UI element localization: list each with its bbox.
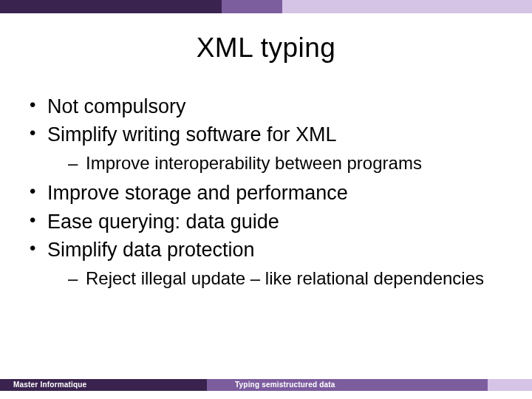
bullet-text: Simplify writing software for XML (47, 123, 337, 146)
subbullet-item: Improve interoperability between program… (47, 151, 505, 175)
banner-mid (222, 0, 282, 13)
bullet-text: Improve storage and performance (47, 182, 348, 204)
bullet-text: Simplify data protection (47, 239, 255, 261)
footer-right (488, 379, 532, 391)
subbullet-text: Reject illegal update – like relational … (86, 268, 484, 288)
bullet-item: Improve storage and performance (27, 180, 505, 206)
bullet-item: Not compulsory (27, 93, 505, 120)
subbullet-text: Improve interoperability between program… (86, 153, 422, 173)
bullet-item: Simplify writing software for XML Improv… (27, 121, 505, 175)
bullet-text: Ease querying: data guide (47, 211, 279, 233)
bullet-item: Ease querying: data guide (27, 208, 505, 235)
slide-body: Not compulsory Simplify writing software… (0, 93, 532, 290)
banner-light (282, 0, 532, 13)
bullet-item: Simplify data protection Reject illegal … (27, 236, 505, 290)
slide-title: XML typing (0, 33, 532, 64)
subbullet-item: Reject illegal update – like relational … (47, 267, 505, 290)
footer-center-text: Typing semistructured data (235, 381, 335, 389)
footer-left-text: Master Informatique (13, 381, 86, 389)
slide: XML typing Not compulsory Simplify writi… (0, 0, 532, 399)
banner-dark (0, 0, 222, 13)
bullet-text: Not compulsory (47, 95, 186, 117)
top-banner (0, 0, 532, 13)
footer-center: Typing semistructured data (207, 379, 488, 391)
footer: Master Informatique Typing semistructure… (0, 379, 532, 391)
footer-left: Master Informatique (0, 379, 207, 391)
